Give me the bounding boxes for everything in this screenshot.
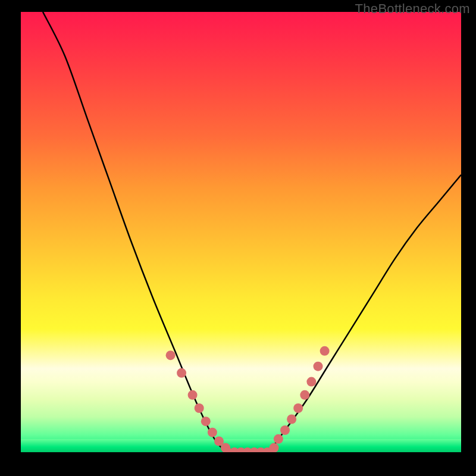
data-marker [270,443,279,452]
data-marker [280,425,290,435]
bottleneck-curve [43,12,461,452]
data-marker [314,362,323,371]
data-marker [320,346,330,356]
data-marker [306,377,316,387]
data-marker [293,403,303,413]
watermark-text: TheBottleneck.com [355,1,470,17]
data-marker [201,416,211,426]
data-marker [274,434,283,444]
data-marker [300,390,309,400]
data-marker [188,390,198,400]
data-marker [287,415,296,424]
data-marker [177,368,186,378]
chart-frame: TheBottleneck.com [0,0,476,476]
marker-group [166,346,330,452]
data-marker [166,350,176,360]
plot-area [21,12,461,452]
data-marker [208,428,217,437]
curve-group [43,12,461,452]
curve-svg [21,12,461,452]
data-marker [195,403,204,413]
